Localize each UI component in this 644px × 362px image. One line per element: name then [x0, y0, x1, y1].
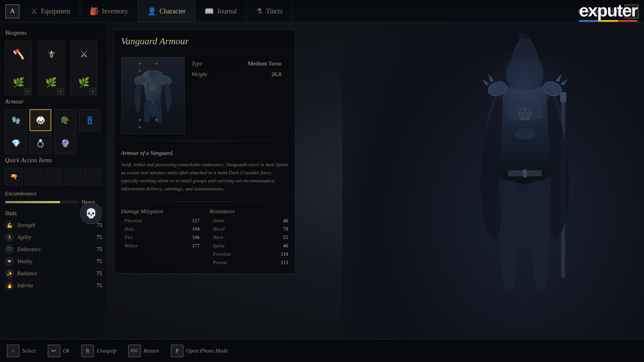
dmg-wither-value: 177 — [192, 243, 200, 249]
weapon-slot-6-badge: 5 — [90, 88, 96, 95]
select-key: ○ — [7, 345, 19, 357]
item-panel: Vanguard Armour ✦ ✦ ✦ — [114, 29, 295, 274]
bottom-action-ok[interactable]: ↩ Ok — [48, 345, 70, 357]
inferno-label: Inferno — [17, 283, 89, 289]
stat-avatar: 💀 — [80, 202, 102, 224]
armour-slot-1[interactable]: 🧤 — [5, 109, 27, 131]
nav-label-inventory: Inventory — [102, 7, 128, 15]
inferno-value: 75 — [92, 283, 102, 289]
weapon-slot-5[interactable]: 🌿 4 — [38, 69, 65, 96]
res-row-bleed: Bleed 78 — [210, 226, 288, 232]
encumbrance-bar — [5, 201, 78, 203]
logo-bar-yellow — [598, 20, 618, 22]
nav-label-journal: Journal — [217, 7, 237, 15]
armour-slot-7[interactable]: 🔮 — [54, 132, 76, 154]
res-burn-label: Burn — [210, 235, 223, 240]
stat-row-radiance: ✨ Radiance 75 — [5, 269, 102, 278]
endurance-label: Endurance — [17, 246, 89, 252]
desc-long: Swift, lethal and possessing remarkable … — [121, 161, 288, 193]
res-bleed-value: 78 — [283, 226, 288, 232]
agility-icon: 🏃 — [5, 233, 14, 242]
res-row-poison: Poison 113 — [210, 260, 288, 265]
quick-slot-1[interactable]: 🔫 — [5, 168, 22, 185]
armour-grid: 🧤 🥋 🪖 👖 💎 💍 🔮 — [5, 109, 102, 154]
inventory-icon: 🎒 — [90, 7, 99, 16]
dmg-physical-value: 157 — [192, 218, 200, 224]
radiance-label: Radiance — [17, 270, 89, 277]
armour-section-title: Armour — [5, 98, 102, 105]
quick-slot-4[interactable] — [64, 168, 82, 185]
main-panel: Vanguard Armour ✦ ✦ ✦ — [107, 23, 302, 339]
quick-slot-2[interactable] — [25, 168, 42, 185]
character-silhouette — [454, 34, 595, 308]
armour-slot-5[interactable]: 💎 — [5, 132, 27, 154]
bottom-action-return[interactable]: ESC Return — [128, 345, 159, 357]
item-visual-area: ✦ ✦ ✦ — [114, 52, 295, 139]
weapon-slot-2[interactable]: 🗡 — [38, 41, 65, 67]
res-frostbite-value: 119 — [281, 251, 288, 257]
bottom-action-select[interactable]: ○ Select — [7, 345, 36, 357]
armour-slot-6[interactable]: 💍 — [30, 132, 51, 154]
unequip-label: Unequip — [97, 348, 116, 354]
inferno-icon: 🔥 — [5, 281, 14, 290]
res-row-frostbite: Frostbite 119 — [210, 251, 288, 257]
strength-icon: 💪 — [5, 221, 14, 230]
res-poison-label: Poison — [210, 260, 227, 265]
return-label: Return — [144, 348, 159, 354]
resistances-column: Resistances Smite 46 Bleed 78 Burn 55 I — [210, 208, 288, 268]
item-type-label: Type — [192, 60, 202, 67]
weapon-slot-5-badge: 4 — [57, 88, 64, 95]
bottom-bar: ○ Select ↩ Ok R Unequip ESC Return P Ope… — [0, 339, 644, 362]
dmg-fire-value: 106 — [192, 235, 200, 240]
tincts-icon: ⚗ — [256, 7, 263, 16]
exputer-logo-text: exputer — [579, 1, 637, 20]
radiance-value: 75 — [92, 270, 102, 277]
quick-slot-3[interactable] — [44, 168, 62, 185]
nav-item-journal[interactable]: 📖 Journal — [195, 0, 247, 23]
nav-item-equipment[interactable]: ⚔ Equipment — [21, 0, 80, 23]
nav-item-inventory[interactable]: 🎒 Inventory — [80, 0, 138, 23]
bottom-action-photo[interactable]: P Open Photo Mode — [171, 345, 228, 357]
nav-items: ⚔ Equipment 🎒 Inventory 👤 Character 📖 Jo… — [21, 0, 578, 23]
nav-item-tincts[interactable]: ⚗ Tincts — [247, 0, 292, 23]
return-key: ESC — [128, 345, 141, 357]
weapon-slot-4[interactable]: 🌿 3 — [5, 69, 32, 96]
photo-label: Open Photo Mode — [186, 348, 228, 354]
agility-label: Agility — [17, 234, 89, 240]
radiance-icon: ✨ — [5, 269, 14, 278]
stat-row-endurance: 🛡 Endurance 75 — [5, 245, 102, 254]
weapon-slot-1[interactable]: 🪓 — [5, 41, 32, 67]
dmg-physical-label: Physical — [121, 218, 142, 224]
exputer-logo: exputer — [579, 2, 637, 22]
quick-access-title: Quick Access Items — [5, 157, 102, 164]
nav-label-tincts: Tincts — [266, 7, 282, 15]
weapon-slot-3[interactable]: ⚔ — [70, 41, 97, 67]
logo-bar-blue — [579, 20, 598, 22]
stats-title: Stats — [5, 210, 17, 217]
item-title: Vanguard Armour — [121, 36, 288, 47]
quick-slot-5[interactable] — [84, 168, 101, 185]
res-smite-value: 46 — [283, 218, 288, 224]
nav-item-character[interactable]: 👤 Character — [138, 0, 196, 23]
res-burn-value: 55 — [283, 235, 288, 240]
res-ignite-value: 46 — [283, 243, 288, 249]
armour-slot-4[interactable]: 👖 — [79, 109, 101, 131]
endurance-value: 75 — [92, 246, 102, 252]
stat-row-vitality: ❤ Vitality 75 — [5, 257, 102, 266]
res-row-smite: Smite 46 — [210, 218, 288, 224]
dmg-row-fire: Fire 106 — [121, 235, 200, 240]
damage-mitigation-title: Damage Mitigation — [121, 208, 200, 215]
item-weight-label: Weight — [192, 71, 207, 78]
weapon-slot-6[interactable]: 🌿 5 — [70, 69, 97, 96]
logo-bar — [579, 20, 637, 22]
ornament-top: ✦ ✦ ✦ — [137, 60, 169, 75]
res-frostbite-label: Frostbite — [210, 251, 231, 257]
armour-slot-2[interactable]: 🥋 — [30, 109, 51, 131]
armour-slot-3[interactable]: 🪖 — [54, 109, 76, 131]
photo-key: P — [171, 345, 183, 357]
bottom-action-unequip[interactable]: R Unequip — [81, 345, 116, 357]
resistances-title: Resistances — [210, 208, 288, 215]
quick-access-grid: 🔫 — [5, 168, 102, 185]
dmg-fire-label: Fire — [121, 235, 133, 240]
top-nav: A ⚔ Equipment 🎒 Inventory 👤 Character 📖 … — [0, 0, 644, 23]
